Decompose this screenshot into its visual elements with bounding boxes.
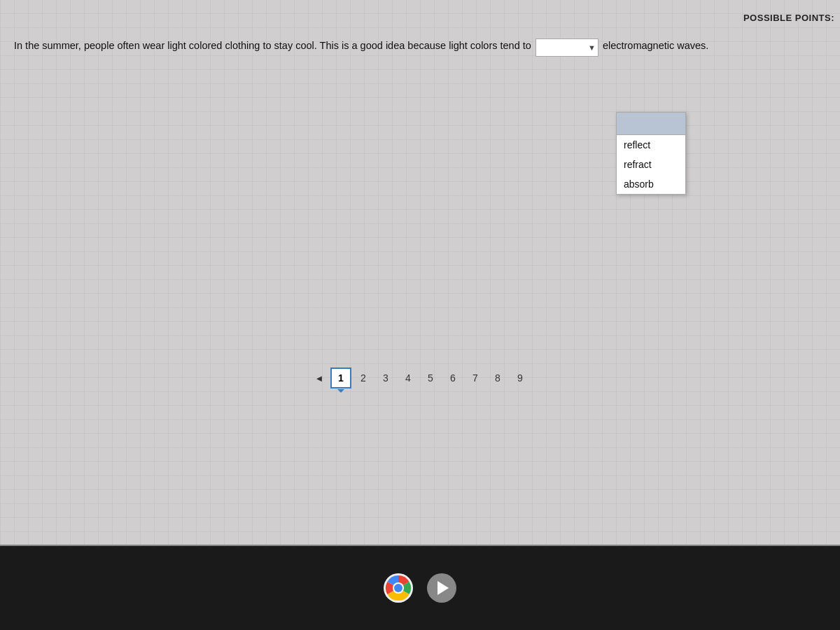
dropdown-open-box: reflect refract absorb	[616, 112, 686, 195]
play-triangle-icon	[438, 581, 449, 595]
question-text-after: electromagnetic waves.	[603, 38, 709, 52]
dropdown-option-refract[interactable]: refract	[617, 155, 685, 174]
svg-point-2	[394, 584, 402, 592]
dropdown-option-absorb[interactable]: absorb	[617, 174, 685, 194]
pagination-page-6[interactable]: 6	[442, 368, 463, 388]
chrome-icon[interactable]	[384, 573, 413, 603]
main-content-area: POSSIBLE POINTS: In the summer, people o…	[0, 0, 840, 546]
play-button[interactable]	[427, 573, 456, 603]
dropdown-wrapper[interactable]: reflect refract absorb ▼	[536, 38, 598, 57]
pagination-page-1[interactable]: 1	[330, 368, 351, 388]
possible-points-label: POSSIBLE POINTS:	[743, 13, 834, 23]
pagination-page-5[interactable]: 5	[420, 368, 441, 388]
pagination-page-9[interactable]: 9	[510, 368, 531, 388]
dropdown-selected-area	[617, 113, 685, 135]
taskbar	[0, 546, 840, 630]
dropdown-option-reflect[interactable]: reflect	[617, 135, 685, 155]
pagination-prev-button[interactable]: ◄	[309, 368, 329, 388]
pagination-page-3[interactable]: 3	[375, 368, 396, 388]
pagination-page-2[interactable]: 2	[353, 368, 374, 388]
pagination-page-7[interactable]: 7	[465, 368, 486, 388]
pagination-page-4[interactable]: 4	[398, 368, 419, 388]
answer-dropdown[interactable]: reflect refract absorb	[536, 38, 598, 57]
page-1-wrap: 1	[330, 368, 351, 388]
pagination-bar: ◄ 1 2 3 4 5 6 7 8 9	[0, 368, 840, 388]
pagination-page-8[interactable]: 8	[487, 368, 508, 388]
question-text-before: In the summer, people often wear light c…	[14, 38, 531, 52]
question-row: In the summer, people often wear light c…	[14, 38, 840, 57]
